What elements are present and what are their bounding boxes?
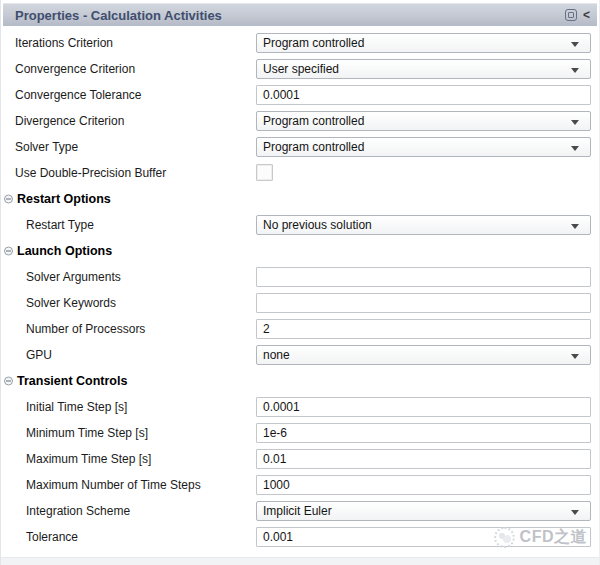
property-label: Use Double-Precision Buffer xyxy=(15,166,166,180)
property-label: Minimum Time Step [s] xyxy=(26,426,148,440)
property-row-gpu: GPUnone xyxy=(1,342,599,368)
property-label: Iterations Criterion xyxy=(15,36,113,50)
input-value: 0.01 xyxy=(263,452,286,466)
titlebar-icons: < xyxy=(565,9,597,21)
chevron-down-icon xyxy=(571,120,579,125)
property-row-number-of-processors: Number of Processors2 xyxy=(1,316,599,342)
input-value: 0.0001 xyxy=(263,88,300,102)
integration-scheme-dropdown[interactable]: Implicit Euler xyxy=(256,501,591,521)
divergence-criterion-dropdown[interactable]: Program controlled xyxy=(256,111,591,131)
dropdown-value: Program controlled xyxy=(263,36,364,50)
restart-type-dropdown[interactable]: No previous solution xyxy=(256,215,591,235)
property-label: Initial Time Step [s] xyxy=(26,400,127,414)
panel-bottom-edge xyxy=(1,557,599,565)
property-label: GPU xyxy=(26,348,52,362)
property-label: Convergence Tolerance xyxy=(15,88,142,102)
solver-type-dropdown[interactable]: Program controlled xyxy=(256,137,591,157)
section-title: Transient Controls xyxy=(17,374,127,388)
property-row-convergence-tolerance: Convergence Tolerance0.0001 xyxy=(1,82,599,108)
dropdown-value: none xyxy=(263,348,290,362)
property-row-maximum-time-step-s: Maximum Time Step [s]0.01 xyxy=(1,446,599,472)
properties-panel: Properties - Calculation Activities < It… xyxy=(0,0,600,565)
property-label: Divergence Criterion xyxy=(15,114,124,128)
convergence-tolerance-input[interactable]: 0.0001 xyxy=(256,85,591,105)
solver-keywords-input[interactable] xyxy=(256,293,591,313)
convergence-criterion-dropdown[interactable]: User specified xyxy=(256,59,591,79)
tolerance-input[interactable]: 0.001 xyxy=(256,527,591,547)
input-value: 2 xyxy=(263,322,270,336)
property-row-initial-time-step-s: Initial Time Step [s]0.0001 xyxy=(1,394,599,420)
input-value: 1000 xyxy=(263,478,290,492)
chevron-down-icon xyxy=(571,354,579,359)
property-row-tolerance: Tolerance0.001 xyxy=(1,524,599,550)
chevron-down-icon xyxy=(571,510,579,515)
property-row-use-double-precision-buffer: Use Double-Precision Buffer xyxy=(1,160,599,186)
collapse-section-icon[interactable] xyxy=(4,377,13,386)
property-label: Tolerance xyxy=(26,530,78,544)
input-value: 0.0001 xyxy=(263,400,300,414)
collapse-panel-icon[interactable]: < xyxy=(583,9,590,21)
maximum-time-step-s-input[interactable]: 0.01 xyxy=(256,449,591,469)
maximum-number-of-time-steps-input[interactable]: 1000 xyxy=(256,475,591,495)
property-label: Solver Arguments xyxy=(26,270,121,284)
panel-titlebar: Properties - Calculation Activities < xyxy=(3,3,597,26)
section-header-launch-options: Launch Options xyxy=(1,238,599,264)
property-label: Solver Type xyxy=(15,140,78,154)
solver-arguments-input[interactable] xyxy=(256,267,591,287)
property-row-integration-scheme: Integration SchemeImplicit Euler xyxy=(1,498,599,524)
property-row-restart-type: Restart TypeNo previous solution xyxy=(1,212,599,238)
section-header-transient-controls: Transient Controls xyxy=(1,368,599,394)
dropdown-value: No previous solution xyxy=(263,218,372,232)
property-row-convergence-criterion: Convergence CriterionUser specified xyxy=(1,56,599,82)
initial-time-step-s-input[interactable]: 0.0001 xyxy=(256,397,591,417)
dropdown-value: Program controlled xyxy=(263,114,364,128)
collapse-section-icon[interactable] xyxy=(4,195,13,204)
property-row-solver-arguments: Solver Arguments xyxy=(1,264,599,290)
iterations-criterion-dropdown[interactable]: Program controlled xyxy=(256,33,591,53)
chevron-down-icon xyxy=(571,42,579,47)
panel-title: Properties - Calculation Activities xyxy=(3,8,222,23)
rows: Iterations CriterionProgram controlledCo… xyxy=(1,30,599,550)
collapse-section-icon[interactable] xyxy=(4,247,13,256)
property-row-minimum-time-step-s: Minimum Time Step [s]1e-6 xyxy=(1,420,599,446)
property-label: Restart Type xyxy=(26,218,94,232)
chevron-down-icon xyxy=(571,224,579,229)
property-label: Solver Keywords xyxy=(26,296,116,310)
chevron-down-icon xyxy=(571,68,579,73)
property-label: Convergence Criterion xyxy=(15,62,135,76)
use-double-precision-buffer-checkbox[interactable] xyxy=(256,164,273,181)
property-row-solver-keywords: Solver Keywords xyxy=(1,290,599,316)
property-row-iterations-criterion: Iterations CriterionProgram controlled xyxy=(1,30,599,56)
dropdown-value: Implicit Euler xyxy=(263,504,332,518)
panel-options-icon[interactable] xyxy=(565,9,577,21)
number-of-processors-input[interactable]: 2 xyxy=(256,319,591,339)
section-header-restart-options: Restart Options xyxy=(1,186,599,212)
property-label: Maximum Number of Time Steps xyxy=(26,478,201,492)
section-title: Launch Options xyxy=(17,244,112,258)
property-label: Maximum Time Step [s] xyxy=(26,452,151,466)
property-row-divergence-criterion: Divergence CriterionProgram controlled xyxy=(1,108,599,134)
property-row-solver-type: Solver TypeProgram controlled xyxy=(1,134,599,160)
section-title: Restart Options xyxy=(17,192,111,206)
input-value: 1e-6 xyxy=(263,426,287,440)
chevron-down-icon xyxy=(571,146,579,151)
gpu-dropdown[interactable]: none xyxy=(256,345,591,365)
property-label: Number of Processors xyxy=(26,322,145,336)
property-row-maximum-number-of-time-steps: Maximum Number of Time Steps1000 xyxy=(1,472,599,498)
minimum-time-step-s-input[interactable]: 1e-6 xyxy=(256,423,591,443)
dropdown-value: User specified xyxy=(263,62,339,76)
input-value: 0.001 xyxy=(263,530,293,544)
property-label: Integration Scheme xyxy=(26,504,130,518)
dropdown-value: Program controlled xyxy=(263,140,364,154)
